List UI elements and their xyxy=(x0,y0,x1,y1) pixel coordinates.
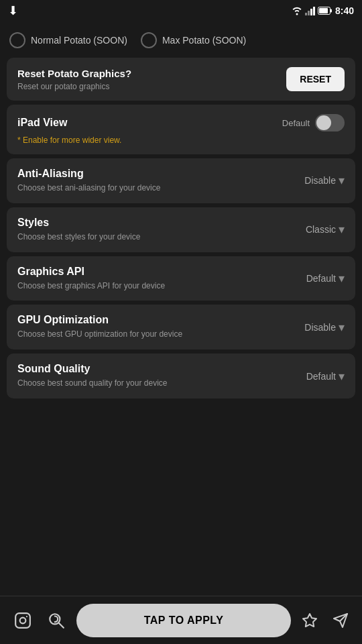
normal-potato-option[interactable]: Normal Potato (SOON) xyxy=(9,32,127,48)
max-potato-label: Max Potato (SOON) xyxy=(162,35,246,46)
bottom-bar: TAP TO APPLY xyxy=(0,596,362,644)
styles-title: Styles xyxy=(17,217,306,229)
sound-quality-info: Sound Quality Choose best sound quality … xyxy=(17,363,306,389)
styles-desc: Choose best styles for your device xyxy=(17,231,306,243)
download-icon: ⬇ xyxy=(8,3,18,18)
svg-rect-7 xyxy=(15,613,30,628)
battery-icon xyxy=(318,7,333,15)
wifi-icon xyxy=(291,6,303,15)
anti-aliasing-dropdown[interactable]: Disable ▾ xyxy=(304,173,345,188)
graphics-api-desc: Choose best graphics API for your device xyxy=(17,280,306,292)
sound-quality-title: Sound Quality xyxy=(17,363,306,375)
sound-quality-desc: Choose best sound quality for your devic… xyxy=(17,378,306,389)
anti-aliasing-card[interactable]: Anti-Aliasing Choose best ani-aliasing f… xyxy=(7,158,355,203)
signal-icon xyxy=(305,6,316,15)
max-potato-radio[interactable] xyxy=(141,32,157,48)
ipad-toggle-label: Default xyxy=(282,118,310,128)
max-potato-option[interactable]: Max Potato (SOON) xyxy=(141,32,246,48)
styles-info: Styles Choose best styles for your devic… xyxy=(17,217,306,243)
reset-button[interactable]: RESET xyxy=(286,67,345,91)
instagram-icon xyxy=(14,612,32,629)
ipad-note: * Enable for more wider view. xyxy=(17,136,345,145)
anti-aliasing-value: Disable xyxy=(304,175,336,186)
ipad-view-toggle[interactable] xyxy=(315,114,345,131)
svg-point-9 xyxy=(26,615,27,616)
reset-card-desc: Reset our potato graphics xyxy=(17,82,286,91)
instagram-icon-button[interactable] xyxy=(9,607,36,634)
svg-line-11 xyxy=(59,623,64,627)
send-icon-button[interactable] xyxy=(328,608,353,633)
reset-potato-card: Reset Potato Graphics? Reset our potato … xyxy=(7,58,355,101)
gpu-optimization-title: GPU Optimization xyxy=(17,314,304,326)
gpu-optimization-dropdown[interactable]: Disable ▾ xyxy=(304,320,345,335)
reset-card-title: Reset Potato Graphics? xyxy=(17,68,286,79)
anti-aliasing-arrow: ▾ xyxy=(339,173,345,188)
sound-quality-value: Default xyxy=(306,371,336,382)
graphics-api-card[interactable]: Graphics API Choose best graphics API fo… xyxy=(7,256,355,301)
svg-rect-0 xyxy=(305,13,307,15)
svg-rect-2 xyxy=(310,9,312,15)
normal-potato-label: Normal Potato (SOON) xyxy=(31,35,127,46)
svg-rect-3 xyxy=(313,7,315,15)
search-shield-icon xyxy=(48,612,65,629)
gpu-optimization-info: GPU Optimization Choose best GPU optimiz… xyxy=(17,314,304,340)
star-icon xyxy=(302,612,318,629)
styles-value: Classic xyxy=(306,224,336,235)
svg-rect-6 xyxy=(330,9,332,13)
search-shield-icon-button[interactable] xyxy=(43,607,70,634)
normal-potato-radio[interactable] xyxy=(9,32,25,48)
ipad-view-title: iPad View xyxy=(17,117,67,129)
sound-quality-dropdown[interactable]: Default ▾ xyxy=(306,369,345,384)
star-icon-button[interactable] xyxy=(298,608,322,633)
svg-point-8 xyxy=(20,617,26,623)
potato-options-row: Normal Potato (SOON) Max Potato (SOON) xyxy=(7,27,355,54)
anti-aliasing-desc: Choose best ani-aliasing for your device xyxy=(17,182,304,194)
graphics-api-value: Default xyxy=(306,273,336,284)
reset-card-info: Reset Potato Graphics? Reset our potato … xyxy=(17,68,286,91)
ipad-card-header: iPad View Default xyxy=(17,114,345,131)
gpu-optimization-arrow: ▾ xyxy=(339,320,345,335)
gpu-optimization-desc: Choose best GPU optimization for your de… xyxy=(17,329,304,340)
status-bar: ⬇ 8:40 xyxy=(0,0,362,21)
gpu-optimization-value: Disable xyxy=(304,322,336,333)
gpu-optimization-card[interactable]: GPU Optimization Choose best GPU optimiz… xyxy=(7,305,355,350)
send-icon xyxy=(333,612,349,629)
anti-aliasing-title: Anti-Aliasing xyxy=(17,168,304,180)
svg-rect-1 xyxy=(308,11,310,15)
graphics-api-dropdown[interactable]: Default ▾ xyxy=(306,271,345,286)
graphics-api-title: Graphics API xyxy=(17,266,306,278)
svg-marker-12 xyxy=(303,614,316,627)
sound-quality-card[interactable]: Sound Quality Choose best sound quality … xyxy=(7,354,355,398)
tap-to-apply-button[interactable]: TAP TO APPLY xyxy=(76,604,291,637)
styles-dropdown[interactable]: Classic ▾ xyxy=(306,222,345,237)
graphics-api-info: Graphics API Choose best graphics API fo… xyxy=(17,266,306,292)
svg-rect-5 xyxy=(319,8,328,13)
anti-aliasing-info: Anti-Aliasing Choose best ani-aliasing f… xyxy=(17,168,304,194)
graphics-api-arrow: ▾ xyxy=(339,271,345,286)
main-content: Normal Potato (SOON) Max Potato (SOON) R… xyxy=(0,21,362,404)
styles-card[interactable]: Styles Choose best styles for your devic… xyxy=(7,207,355,252)
status-right: 8:40 xyxy=(291,5,354,16)
ipad-card-right: Default xyxy=(282,114,345,131)
time-display: 8:40 xyxy=(335,5,354,16)
styles-arrow: ▾ xyxy=(339,222,345,237)
ipad-view-card: iPad View Default * Enable for more wide… xyxy=(7,105,355,154)
sound-quality-arrow: ▾ xyxy=(339,369,345,384)
